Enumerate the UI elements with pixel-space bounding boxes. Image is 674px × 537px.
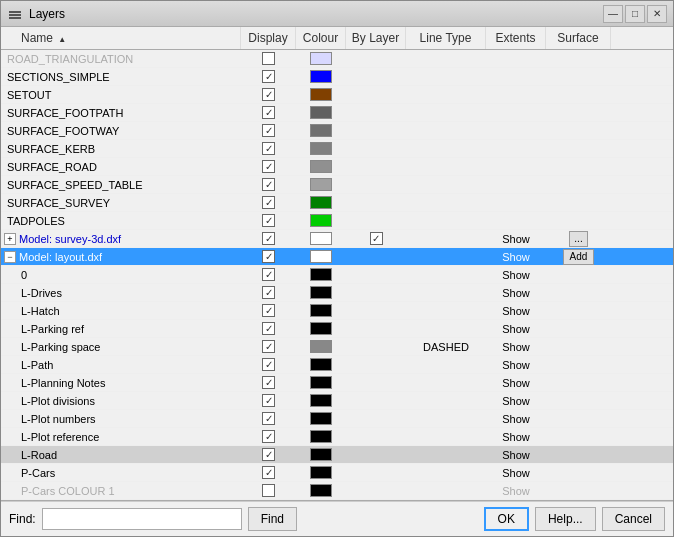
layer-display[interactable] (241, 412, 296, 425)
minimize-button[interactable]: — (603, 5, 623, 23)
color-swatch[interactable] (310, 142, 332, 155)
layer-colour[interactable] (296, 160, 346, 173)
table-row[interactable]: SECTIONS_SIMPLE (1, 68, 673, 86)
layer-display[interactable] (241, 124, 296, 137)
layer-colour[interactable] (296, 214, 346, 227)
layer-colour[interactable] (296, 484, 346, 497)
checkbox[interactable] (262, 304, 275, 317)
color-swatch[interactable] (310, 304, 332, 317)
help-button[interactable]: Help... (535, 507, 596, 531)
layer-display[interactable] (241, 448, 296, 461)
checkbox[interactable] (262, 160, 275, 173)
layer-colour[interactable] (296, 322, 346, 335)
layer-display[interactable] (241, 286, 296, 299)
checkbox[interactable] (262, 358, 275, 371)
layer-display[interactable] (241, 358, 296, 371)
layer-display[interactable] (241, 214, 296, 227)
checkbox[interactable] (262, 250, 275, 263)
checkbox[interactable] (262, 412, 275, 425)
layer-display[interactable] (241, 466, 296, 479)
color-swatch[interactable] (310, 484, 332, 497)
checkbox[interactable] (262, 214, 275, 227)
layer-colour[interactable] (296, 250, 346, 263)
layer-display[interactable] (241, 196, 296, 209)
layer-display[interactable] (241, 178, 296, 191)
color-swatch[interactable] (310, 268, 332, 281)
checkbox[interactable] (262, 466, 275, 479)
col-header-extents[interactable]: Extents (486, 27, 546, 49)
group-label[interactable]: − Model: layout.dxf (1, 251, 241, 263)
table-body[interactable]: ROAD_TRIANGULATION SECTIONS_SIMPLE (1, 50, 673, 500)
checkbox-bylayer[interactable] (370, 232, 383, 245)
col-header-colour[interactable]: Colour (296, 27, 346, 49)
checkbox[interactable] (262, 142, 275, 155)
checkbox[interactable] (262, 430, 275, 443)
layer-colour[interactable] (296, 232, 346, 245)
table-row[interactable]: ROAD_TRIANGULATION (1, 50, 673, 68)
layer-colour[interactable] (296, 448, 346, 461)
color-swatch[interactable] (310, 340, 332, 353)
layer-surface[interactable]: ... (546, 231, 611, 247)
layer-colour[interactable] (296, 304, 346, 317)
col-header-linetype[interactable]: Line Type (406, 27, 486, 49)
layer-display[interactable] (241, 430, 296, 443)
table-row[interactable]: L-Drives Show (1, 284, 673, 302)
color-swatch[interactable] (310, 394, 332, 407)
layer-display[interactable] (241, 70, 296, 83)
layer-display[interactable] (241, 232, 296, 245)
layer-colour[interactable] (296, 376, 346, 389)
color-swatch[interactable] (310, 106, 332, 119)
checkbox[interactable] (262, 322, 275, 335)
dots-button[interactable]: ... (569, 231, 587, 247)
table-row[interactable]: P-Cars Show (1, 464, 673, 482)
color-swatch[interactable] (310, 358, 332, 371)
layer-colour[interactable] (296, 430, 346, 443)
layer-colour[interactable] (296, 196, 346, 209)
table-row[interactable]: SURFACE_ROAD (1, 158, 673, 176)
table-row[interactable]: SURFACE_KERB (1, 140, 673, 158)
checkbox[interactable] (262, 268, 275, 281)
checkbox[interactable] (262, 178, 275, 191)
layer-colour[interactable] (296, 178, 346, 191)
color-swatch[interactable] (310, 160, 332, 173)
close-button[interactable]: ✕ (647, 5, 667, 23)
layer-display[interactable] (241, 160, 296, 173)
layer-display[interactable] (241, 322, 296, 335)
layer-display[interactable] (241, 484, 296, 497)
layer-display[interactable] (241, 304, 296, 317)
col-header-name[interactable]: Name ▲ (1, 27, 241, 49)
layer-colour[interactable] (296, 70, 346, 83)
layer-bylayer[interactable] (346, 232, 406, 245)
checkbox[interactable] (262, 376, 275, 389)
layer-display[interactable] (241, 268, 296, 281)
checkbox[interactable] (262, 88, 275, 101)
layer-colour[interactable] (296, 106, 346, 119)
table-row[interactable]: SURFACE_SURVEY (1, 194, 673, 212)
color-swatch[interactable] (310, 214, 332, 227)
color-swatch[interactable] (310, 466, 332, 479)
color-swatch[interactable] (310, 178, 332, 191)
table-row[interactable]: SURFACE_SPEED_TABLE (1, 176, 673, 194)
color-swatch[interactable] (310, 52, 332, 65)
col-header-display[interactable]: Display (241, 27, 296, 49)
layer-colour[interactable] (296, 124, 346, 137)
layer-colour[interactable] (296, 268, 346, 281)
layer-display[interactable] (241, 376, 296, 389)
table-row[interactable]: L-Planning Notes Show (1, 374, 673, 392)
table-row[interactable]: L-Hatch Show (1, 302, 673, 320)
checkbox[interactable] (262, 340, 275, 353)
group-row-selected[interactable]: − Model: layout.dxf Show Add (1, 248, 673, 266)
checkbox[interactable] (262, 484, 275, 497)
layer-display[interactable] (241, 340, 296, 353)
layer-colour[interactable] (296, 88, 346, 101)
table-row[interactable]: L-Plot divisions Show (1, 392, 673, 410)
layer-display[interactable] (241, 52, 296, 65)
find-input[interactable] (42, 508, 242, 530)
color-swatch[interactable] (310, 286, 332, 299)
checkbox[interactable] (262, 70, 275, 83)
layer-colour[interactable] (296, 340, 346, 353)
layer-colour[interactable] (296, 358, 346, 371)
color-swatch[interactable] (310, 250, 332, 263)
table-row[interactable]: L-Plot numbers Show (1, 410, 673, 428)
table-row[interactable]: SURFACE_FOOTPATH (1, 104, 673, 122)
